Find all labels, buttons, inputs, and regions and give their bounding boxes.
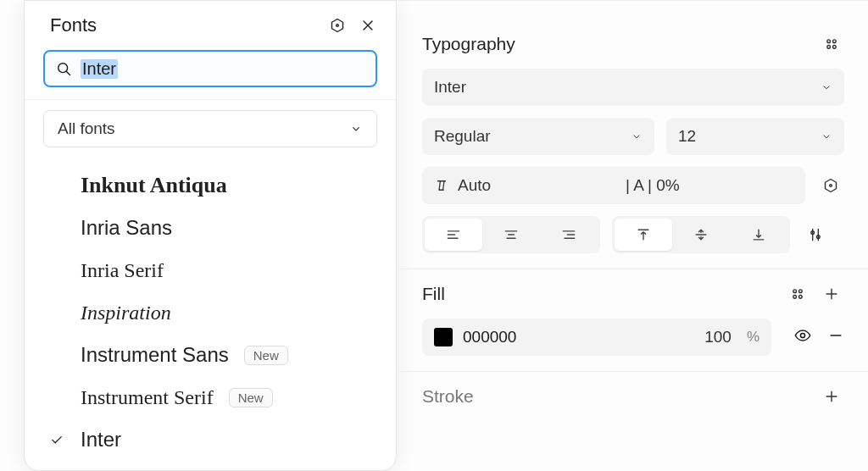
fill-opacity-unit: %	[747, 329, 760, 346]
fill-section: Fill 000000 100 %	[398, 269, 868, 372]
font-list-item[interactable]: Inspiration	[25, 291, 396, 334]
eye-icon	[793, 326, 812, 345]
valign-middle-button[interactable]	[672, 219, 730, 251]
align-center-icon	[503, 226, 520, 243]
letter-spacing-input[interactable]: | A | 0%	[614, 167, 805, 204]
align-right-icon	[560, 226, 577, 243]
svg-point-0	[337, 25, 339, 27]
typography-more-icon[interactable]	[802, 216, 829, 253]
close-icon[interactable]	[359, 16, 377, 35]
align-center-button[interactable]	[482, 219, 540, 251]
valign-top-button[interactable]	[615, 219, 672, 251]
font-family-select[interactable]: Inter	[422, 69, 844, 106]
svg-point-5	[833, 46, 837, 49]
svg-point-11	[793, 296, 797, 299]
fill-color-row[interactable]: 000000 100 %	[422, 319, 771, 356]
check-icon	[49, 432, 64, 447]
stroke-title: Stroke	[422, 386, 810, 407]
valign-bottom-button[interactable]	[730, 219, 787, 251]
properties-panel: Typography Inter Regular 12 Auto	[398, 0, 868, 471]
line-height-value: Auto	[458, 176, 491, 195]
new-badge: New	[229, 388, 273, 407]
plus-icon	[823, 285, 840, 302]
chevron-down-icon	[631, 130, 643, 142]
font-list-item[interactable]: Instrument SerifNew	[25, 376, 396, 418]
new-badge: New	[244, 346, 288, 365]
letter-spacing-value: | A | 0%	[626, 176, 680, 195]
font-picker-header: Fonts	[25, 1, 396, 40]
typography-section: Typography Inter Regular 12 Auto	[398, 19, 868, 269]
align-left-icon	[445, 226, 462, 243]
valign-bottom-icon	[750, 226, 767, 243]
font-filter-bar: All fonts	[25, 99, 396, 158]
font-search-wrap: Inter	[25, 40, 396, 99]
font-family-value: Inter	[434, 78, 466, 97]
font-item-name: Inria Serif	[81, 259, 164, 282]
svg-point-6	[830, 185, 832, 187]
font-list-item[interactable]: Inria Sans	[25, 207, 396, 249]
add-stroke-button[interactable]	[819, 384, 844, 409]
chevron-down-icon	[821, 81, 832, 93]
style-library-icon[interactable]	[819, 31, 844, 57]
font-list-item[interactable]: Inria Serif	[25, 249, 396, 291]
svg-point-2	[827, 40, 831, 43]
typography-settings-icon[interactable]	[817, 167, 844, 204]
svg-point-13	[800, 333, 804, 337]
svg-point-1	[58, 64, 68, 73]
chevron-down-icon	[349, 122, 363, 136]
font-filter-label: All fonts	[58, 119, 115, 138]
svg-point-10	[799, 290, 803, 293]
svg-point-12	[799, 296, 803, 299]
font-size-input[interactable]: 12	[666, 118, 844, 155]
remove-fill-button[interactable]	[827, 327, 844, 347]
fill-visibility-toggle[interactable]	[793, 326, 812, 348]
fill-style-library-icon[interactable]	[785, 281, 810, 307]
text-align-group	[422, 216, 600, 253]
add-fill-button[interactable]	[819, 281, 844, 307]
font-search-input[interactable]: Inter	[43, 50, 377, 87]
plus-icon	[823, 388, 840, 405]
font-search-value: Inter	[81, 59, 118, 79]
stroke-section: Stroke	[398, 372, 868, 421]
font-item-name: Inter	[81, 428, 121, 452]
font-item-name: Instrument Serif	[81, 386, 214, 409]
font-list: Inknut AntiquaInria SansInria SerifInspi…	[25, 158, 396, 470]
vertical-align-group	[612, 216, 790, 253]
font-list-item[interactable]: Inter	[25, 418, 396, 461]
font-item-name: Inknut Antiqua	[81, 173, 227, 198]
font-selected-check	[45, 432, 69, 447]
font-size-value: 12	[678, 127, 696, 146]
typography-title: Typography	[422, 34, 810, 54]
fill-opacity-value: 100	[689, 328, 732, 346]
valign-middle-icon	[693, 226, 709, 243]
settings-hex-icon[interactable]	[328, 16, 347, 35]
fill-title: Fill	[422, 284, 776, 304]
font-picker-panel: Fonts Inter All fonts Inknut AntiquaInri…	[24, 0, 397, 471]
font-filter-select[interactable]: All fonts	[43, 110, 377, 147]
font-list-item[interactable]: Inknut Antiqua	[25, 164, 396, 207]
chevron-down-icon	[821, 130, 832, 142]
fill-hex-value: 000000	[463, 328, 679, 346]
font-list-item[interactable]: Instrument SansNew	[25, 334, 396, 376]
font-weight-value: Regular	[434, 127, 491, 146]
font-item-name: Inspiration	[81, 302, 171, 324]
search-icon	[55, 60, 72, 77]
svg-point-3	[833, 40, 837, 43]
font-picker-title: Fonts	[50, 14, 316, 36]
align-left-button[interactable]	[425, 219, 482, 251]
font-item-name: Inria Sans	[81, 216, 172, 240]
align-right-button[interactable]	[540, 219, 598, 251]
font-item-name: Instrument Sans	[81, 343, 229, 367]
line-height-icon	[434, 178, 449, 193]
svg-point-4	[827, 46, 831, 49]
font-weight-select[interactable]: Regular	[422, 118, 654, 155]
fill-swatch[interactable]	[434, 328, 453, 346]
fill-header: Fill	[422, 281, 844, 307]
line-height-input[interactable]: Auto	[422, 167, 614, 204]
valign-top-icon	[635, 226, 652, 243]
svg-point-9	[793, 290, 797, 293]
minus-icon	[827, 327, 844, 344]
typography-header: Typography	[422, 31, 844, 57]
